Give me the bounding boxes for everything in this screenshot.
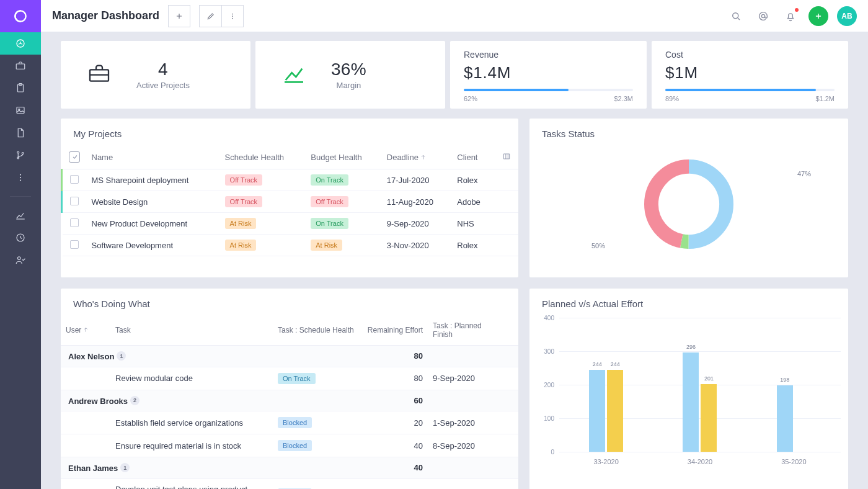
client: Rolex	[452, 235, 494, 256]
svg-rect-5	[17, 107, 24, 114]
avatar[interactable]: AB	[837, 6, 857, 26]
svg-point-6	[19, 109, 20, 110]
group-row[interactable]: Ethan James140	[61, 457, 518, 479]
kpi-active-projects: 4 Active Projects	[61, 41, 250, 109]
svg-point-14	[18, 257, 21, 260]
nav-user-check[interactable]	[0, 249, 41, 271]
bell-icon[interactable]	[781, 7, 800, 25]
task-row[interactable]: Establish field service organizationsBlo…	[61, 411, 518, 434]
project-name: MS Sharepoint deployment	[87, 169, 220, 191]
nav-briefcase[interactable]	[0, 55, 41, 77]
task-status-pill: On Track	[278, 373, 316, 384]
svg-point-18	[733, 12, 738, 18]
deadline: 9-Sep-2020	[382, 213, 452, 235]
svg-point-7	[17, 151, 19, 153]
projects-card: My Projects Name Schedule Health Budget …	[61, 119, 518, 277]
col-finish[interactable]: Task : Planned Finish	[428, 315, 508, 346]
create-fab[interactable]	[808, 6, 828, 26]
client: Adobe	[452, 191, 494, 213]
row-checkbox[interactable]	[70, 197, 79, 205]
task-row[interactable]: Develop unit test plans using product sp…	[61, 478, 518, 489]
topbar: Manager Dashboard AB	[41, 0, 868, 32]
kpi-label: Margin	[331, 81, 366, 90]
budget-pill: On Track	[311, 174, 348, 186]
deadline: 3-Nov-2020	[382, 235, 452, 256]
remaining: 20	[360, 411, 428, 434]
col-user[interactable]: User	[61, 315, 110, 346]
nav-branch[interactable]	[0, 144, 41, 166]
deadline: 11-Aug-2020	[382, 191, 452, 213]
group-row[interactable]: Andrew Brooks260	[61, 390, 518, 411]
task-row[interactable]: Review modular codeOn Track809-Sep-2020	[61, 367, 518, 390]
task-status-pill: Blocked	[278, 440, 312, 451]
whos-doing-card: Who's Doing What User Task Task : Schedu…	[61, 289, 518, 489]
kpi-revenue: Revenue $1.4M 62%$2.3M	[450, 41, 647, 109]
project-name: Website Design	[87, 191, 220, 213]
finish-date: 8-Sep-2020	[428, 434, 508, 457]
table-row[interactable]: Website DesignOff TrackOff Track11-Aug-2…	[62, 191, 519, 213]
task-row[interactable]: Ensure required material is in stockBloc…	[61, 434, 518, 457]
nav-clipboard[interactable]	[0, 77, 41, 99]
task-name: Establish field service organizations	[110, 411, 273, 434]
col-remaining[interactable]: Remaining Effort	[360, 315, 428, 346]
page-title: Manager Dashboard	[52, 9, 159, 22]
cost-pct: 89%	[665, 95, 679, 102]
nav-analytics[interactable]	[0, 204, 41, 227]
kpi-value: $1.4M	[464, 63, 633, 83]
nav-document[interactable]	[0, 122, 41, 144]
col-client[interactable]: Client	[452, 145, 494, 169]
svg-point-15	[232, 13, 233, 14]
col-budget[interactable]: Budget Health	[306, 145, 381, 169]
task-status-pill: Blocked	[278, 417, 312, 428]
nav-more[interactable]	[0, 166, 41, 189]
more-button[interactable]	[221, 5, 244, 27]
select-all-checkbox[interactable]	[69, 151, 80, 163]
group-row[interactable]: Alex Nelson180	[61, 346, 518, 367]
col-task-schedule[interactable]: Task : Schedule Health	[273, 315, 360, 346]
kpi-margin: 36% Margin	[255, 41, 445, 109]
svg-point-11	[20, 177, 21, 178]
columns-icon[interactable]	[501, 153, 511, 162]
revenue-target: $2.3M	[614, 95, 633, 102]
col-deadline[interactable]: Deadline	[382, 145, 452, 169]
mentions-icon[interactable]	[754, 7, 773, 25]
table-row[interactable]: Software DevelopmentAt RiskAt Risk3-Nov-…	[62, 235, 519, 256]
col-name[interactable]: Name	[87, 145, 220, 169]
revenue-progress	[464, 89, 633, 91]
edit-button[interactable]	[199, 5, 221, 27]
finish-date: 9-Sep-2020	[428, 367, 508, 390]
project-name: Software Development	[87, 235, 220, 256]
task-name: Review modular code	[110, 367, 273, 390]
budget-pill: On Track	[311, 218, 348, 229]
schedule-pill: Off Track	[225, 196, 262, 207]
add-button[interactable]	[168, 5, 190, 27]
table-row[interactable]: MS Sharepoint deploymentOff TrackOn Trac…	[62, 169, 519, 191]
finish-date: 7-Sep-2020	[428, 478, 508, 489]
row-checkbox[interactable]	[70, 240, 79, 249]
col-task[interactable]: Task	[110, 315, 273, 346]
kpi-value: 36%	[331, 60, 366, 79]
row-checkbox[interactable]	[70, 175, 79, 184]
nav-rail	[0, 0, 41, 489]
whos-doing-table: User Task Task : Schedule Health Remaini…	[61, 315, 518, 489]
client: Rolex	[452, 169, 494, 191]
finish-date: 1-Sep-2020	[428, 411, 508, 434]
search-icon[interactable]	[727, 7, 745, 25]
svg-point-12	[20, 179, 21, 181]
budget-pill: At Risk	[311, 240, 342, 251]
projects-table: Name Schedule Health Budget Health Deadl…	[61, 145, 518, 256]
nav-dashboard[interactable]	[0, 32, 41, 55]
svg-rect-21	[503, 154, 509, 159]
effort-chart-card: Planned v/s Actual Effort 01002003004002…	[529, 289, 848, 489]
svg-point-16	[232, 16, 233, 17]
kpi-row: 4 Active Projects 36% Margin Revenue $1.…	[61, 41, 848, 109]
kpi-title: Cost	[665, 50, 835, 60]
nav-image[interactable]	[0, 99, 41, 122]
brand-logo[interactable]	[0, 0, 41, 32]
deadline: 17-Jul-2020	[382, 169, 452, 191]
table-row[interactable]: New Product DevelopmentAt RiskOn Track9-…	[62, 213, 519, 235]
col-schedule[interactable]: Schedule Health	[220, 145, 306, 169]
client: NHS	[452, 213, 494, 235]
nav-clock[interactable]	[0, 227, 41, 249]
row-checkbox[interactable]	[70, 218, 79, 227]
